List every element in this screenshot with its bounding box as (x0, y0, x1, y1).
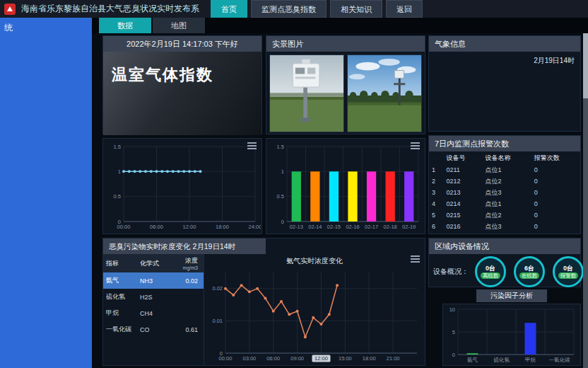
tab-strip: 数据地图 (92, 18, 588, 33)
svg-text:氨气: 氨气 (467, 357, 478, 363)
stat-value: 0台 (486, 265, 495, 272)
svg-text:一氧化碳: 一氧化碳 (549, 357, 571, 363)
svg-text:12:00: 12:00 (183, 224, 196, 230)
svg-text:1.5: 1.5 (277, 144, 284, 150)
odor-col-indicator: 指标 (106, 259, 140, 268)
svg-text:18:00: 18:00 (363, 355, 376, 362)
svg-text:甲烷: 甲烷 (525, 357, 536, 363)
nav-item[interactable]: 首页 (211, 0, 247, 18)
tab-地图[interactable]: 地图 (153, 18, 205, 33)
clock-panel-body: 温室气体指数 (103, 52, 261, 135)
top-bar: 海南省乐东黎族自治县大气恶臭状况实时发布系 首页监测点恶臭指数相关知识返回 (0, 0, 588, 18)
nh3-chart-title: 氨气实时浓度变化 (204, 255, 425, 267)
site-photo-2[interactable] (347, 54, 422, 132)
odor-row[interactable]: 氨气NH30.02 (103, 272, 204, 289)
table-row: 50215点位20 (429, 209, 580, 221)
device-overview-label: 设备概况： (433, 267, 469, 277)
chart-menu-icon[interactable] (247, 142, 257, 151)
svg-text:0.5: 0.5 (114, 193, 121, 200)
table-row: 30213点位30 (429, 187, 580, 198)
table-row: 10211点位10 (429, 164, 580, 176)
devices-panel-title: 区域内设备情况 (429, 238, 580, 254)
pollution-factor-chart[interactable]: 0510氨气硫化氢甲烷一氧化碳 (444, 305, 578, 364)
index-line-chart-panel: 00.511.500:0006:0012:0018:0024:00 (102, 138, 262, 234)
odor-row[interactable]: 甲烷CH4 (103, 305, 204, 321)
weather-panel-title: 气象信息 (429, 36, 580, 52)
svg-text:24:00: 24:00 (249, 224, 261, 230)
odor-table-header: 指标 化学式 浓度 mg/m3 (103, 254, 204, 272)
odor-panel-title: 恶臭污染物实时浓度变化 2月19日14时 (103, 238, 266, 254)
svg-text:02-14: 02-14 (308, 224, 322, 230)
svg-text:03:00: 03:00 (242, 355, 256, 362)
odor-table: 指标 化学式 浓度 mg/m3 氨气NH30.02硫化氢H2S甲烷CH4一氧化碳… (103, 254, 204, 365)
alarm-panel: 7日内监测点报警次数 设备号设备名称报警次数 10211点位1020212点位2… (428, 135, 581, 234)
device-stat-circle: 6台在线数 (514, 256, 545, 287)
table-row: 20212点位20 (429, 176, 580, 187)
odor-row[interactable]: 硫化氢H2S (103, 289, 204, 305)
nav-item[interactable]: 相关知识 (330, 0, 382, 18)
main-nav: 首页监测点恶臭指数相关知识返回 (211, 0, 423, 18)
weather-body: 2月19日14时 (429, 52, 580, 131)
devices-body: 设备概况： 0台离线数6台在线数0台报警数 (429, 254, 580, 289)
svg-text:硫化氢: 硫化氢 (493, 357, 510, 363)
app-logo-icon (4, 4, 16, 15)
device-stats: 0台离线数6台在线数0台报警数 (475, 256, 584, 287)
odor-row[interactable]: 一氧化碳CO0.61 (103, 321, 204, 338)
site-photo-1[interactable] (269, 54, 344, 132)
svg-text:0.01: 0.01 (212, 318, 223, 324)
clock-datetime: 2022年2月19日 14:17:03 下午好 (103, 36, 261, 52)
nav-item[interactable]: 监测点恶臭指数 (251, 0, 327, 18)
stat-label: 在线数 (519, 272, 540, 279)
svg-text:00:00: 00:00 (117, 224, 131, 230)
svg-text:02-17: 02-17 (365, 224, 378, 230)
chart-menu-icon[interactable] (411, 255, 420, 264)
svg-text:1: 1 (281, 168, 284, 175)
svg-text:15:00: 15:00 (339, 355, 352, 362)
svg-text:21:00: 21:00 (387, 355, 400, 362)
svg-text:02-18: 02-18 (384, 224, 397, 230)
svg-text:09:00: 09:00 (290, 355, 304, 362)
device-stat-circle: 0台离线数 (475, 256, 506, 287)
daily-index-chart[interactable]: 00.511.502-1302-1402-1502-1602-1702-1802… (267, 139, 424, 233)
svg-text:0: 0 (452, 352, 455, 358)
nav-item[interactable]: 返回 (386, 0, 423, 18)
alarm-table-head: 设备号设备名称报警次数 (429, 151, 580, 164)
svg-text:18:00: 18:00 (216, 224, 229, 230)
svg-text:10: 10 (449, 306, 455, 313)
svg-text:02-19: 02-19 (402, 224, 416, 230)
vertical-scrollbar[interactable] (583, 18, 588, 368)
alarm-col-header: 报警次数 (531, 151, 580, 164)
alarm-col-header: 设备名称 (483, 151, 531, 164)
nh3-concentration-chart[interactable]: 00.010.0200:0003:0006:0009:0012:0015:001… (204, 267, 424, 364)
svg-text:02-16: 02-16 (346, 224, 359, 230)
stat-label: 报警数 (558, 272, 579, 279)
weather-panel: 气象信息 2月19日14时 (428, 35, 581, 132)
svg-text:06:00: 06:00 (266, 355, 280, 362)
svg-text:02-13: 02-13 (290, 224, 303, 230)
tab-数据[interactable]: 数据 (99, 18, 151, 33)
site-photo-2-image (348, 55, 421, 132)
site-photo-1-image (270, 55, 343, 132)
daily-bars-panel: 00.511.502-1302-1402-1502-1602-1702-1802… (266, 138, 425, 234)
svg-text:06:00: 06:00 (150, 224, 163, 230)
main-content: 2022年2月19日 14:17:03 下午好 温室气体指数 实景图片 (92, 33, 588, 368)
svg-text:1: 1 (118, 168, 121, 175)
alarm-panel-title: 7日内监测点报警次数 (429, 136, 580, 151)
photos-panel-title: 实景图片 (266, 36, 425, 52)
alarm-col-header (429, 151, 443, 164)
odor-col-formula: 化学式 (140, 259, 172, 268)
svg-text:02-15: 02-15 (327, 224, 341, 230)
greenhouse-index-chart[interactable]: 00.511.500:0006:0012:0018:0024:00 (104, 139, 261, 233)
weather-timestamp: 2月19日14时 (534, 56, 575, 66)
svg-text:5: 5 (452, 329, 455, 335)
stat-value: 6台 (524, 265, 534, 272)
svg-text:00:00: 00:00 (219, 355, 233, 362)
photos-body (266, 52, 425, 135)
pollution-factor-panel: 污染因子分析 0510氨气硫化氢甲烷一氧化碳 (442, 289, 581, 366)
app-title: 海南省乐东黎族自治县大气恶臭状况实时发布系 (21, 3, 199, 15)
svg-text:0: 0 (281, 219, 284, 225)
alarm-table-body: 10211点位1020212点位2030213点位3040214点位105021… (429, 164, 580, 232)
table-row: 60216点位30 (429, 221, 580, 232)
chart-menu-icon[interactable] (411, 142, 420, 151)
stat-value: 0台 (563, 265, 573, 272)
